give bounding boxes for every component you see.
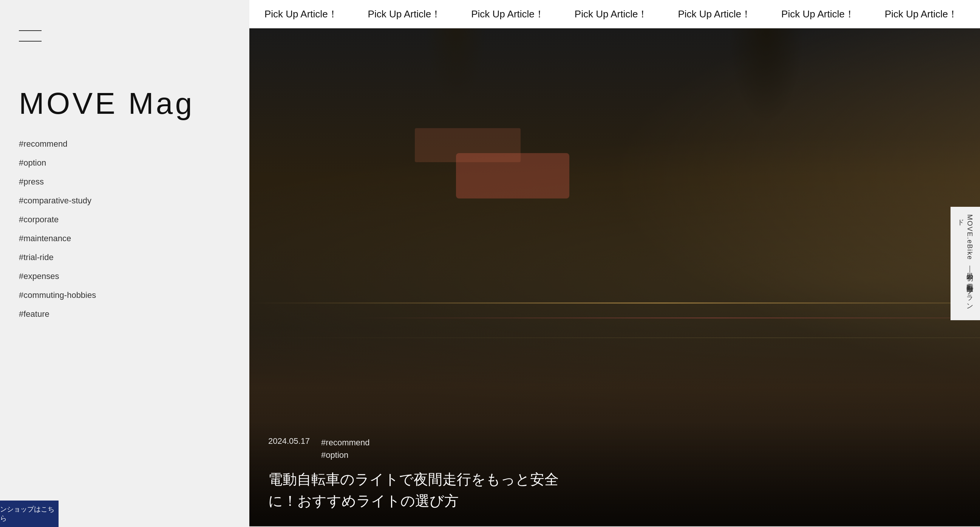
ticker-item: Pick Up Article！	[663, 8, 766, 21]
ticker-item: Pick Up Article！	[249, 8, 353, 21]
background-vehicle-2	[415, 128, 520, 162]
ticker-bar: Pick Up Article！Pick Up Article！Pick Up …	[249, 0, 980, 28]
ticker-item: Pick Up Article！	[353, 8, 457, 21]
hero-date: 2024.05.17	[268, 436, 310, 446]
shop-button[interactable]: ンショップはこちら	[0, 501, 59, 527]
hamburger-menu[interactable]	[19, 30, 41, 42]
ticker-item: Pick Up Article！	[973, 8, 980, 21]
vertical-site-label: MOVE.eBike｜日本初の電動自転車ブランド	[951, 207, 980, 320]
site-title: MOVE Mag	[19, 87, 231, 120]
light-streak-1	[249, 302, 980, 303]
sidebar-tag-item[interactable]: #corporate	[19, 215, 231, 225]
hamburger-line-top	[19, 30, 41, 31]
ticker-item: Pick Up Article！	[560, 8, 663, 21]
sidebar-tag-item[interactable]: #option	[19, 158, 231, 168]
sidebar-tag-item[interactable]: #feature	[19, 309, 231, 319]
sidebar: MOVE Mag #recommend#option#press#compara…	[0, 0, 249, 527]
main-content: Pick Up Article！Pick Up Article！Pick Up …	[249, 0, 980, 527]
ticker-item: Pick Up Article！	[766, 8, 870, 21]
sidebar-tag-item[interactable]: #commuting-hobbies	[19, 290, 231, 300]
light-streak-2	[353, 318, 980, 318]
hero-meta: 2024.05.17 #recommend#option	[268, 436, 980, 461]
hero-area[interactable]: MOVE 2024.05.17 #recommend#option 電動自転車の…	[249, 28, 980, 527]
ticker-inner: Pick Up Article！Pick Up Article！Pick Up …	[249, 8, 980, 21]
hero-title: 電動自転車のライトで夜間走行をもっと安全に！おすすめライトの選び方	[268, 469, 571, 512]
ticker-item: Pick Up Article！	[456, 8, 560, 21]
hero-tags: #recommend#option	[321, 436, 369, 461]
tags-nav: #recommend#option#press#comparative-stud…	[19, 139, 231, 319]
sidebar-tag-item[interactable]: #comparative-study	[19, 196, 231, 206]
sidebar-tag-item[interactable]: #recommend	[19, 139, 231, 149]
sidebar-tag-item[interactable]: #press	[19, 177, 231, 187]
sidebar-tag-item[interactable]: #maintenance	[19, 234, 231, 243]
hero-overlay: 2024.05.17 #recommend#option 電動自転車のライトで夜…	[249, 421, 980, 527]
tree-silhouette	[249, 28, 980, 327]
sidebar-tag-item[interactable]: #expenses	[19, 271, 231, 281]
sidebar-tag-item[interactable]: #trial-ride	[19, 252, 231, 262]
hamburger-line-bottom	[19, 41, 41, 42]
ticker-item: Pick Up Article！	[870, 8, 973, 21]
